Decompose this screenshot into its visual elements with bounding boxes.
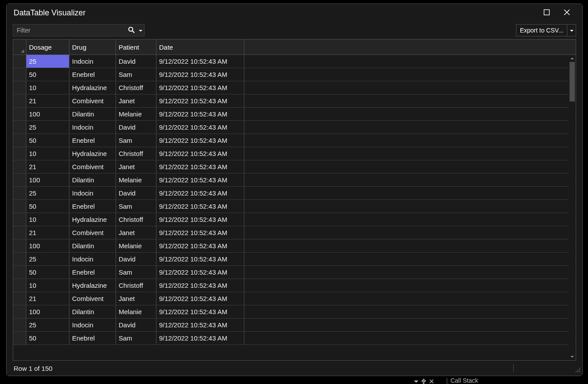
table-row[interactable]: 25IndocinDavid9/12/2022 10:52:43 AM (13, 253, 569, 266)
cell-date[interactable]: 9/12/2022 10:52:43 AM (156, 319, 244, 331)
cell-dosage[interactable]: 25 (26, 253, 69, 265)
cell-date[interactable]: 9/12/2022 10:52:43 AM (156, 81, 244, 94)
cell-drug[interactable]: Enebrel (69, 200, 116, 213)
table-row[interactable]: 100DilantinMelanie9/12/2022 10:52:43 AM (13, 174, 569, 187)
cell-drug[interactable]: Hydralazine (69, 147, 116, 160)
row-header[interactable] (13, 160, 26, 173)
cell-date[interactable]: 9/12/2022 10:52:43 AM (156, 174, 244, 186)
row-header[interactable] (13, 226, 26, 239)
table-row[interactable]: 10HydralazineChristoff9/12/2022 10:52:43… (13, 81, 569, 94)
cell-drug[interactable]: Combivent (69, 94, 116, 107)
row-header[interactable] (13, 319, 26, 331)
cell-date[interactable]: 9/12/2022 10:52:43 AM (156, 213, 244, 226)
cell-date[interactable]: 9/12/2022 10:52:43 AM (156, 239, 244, 252)
row-header[interactable] (13, 239, 26, 252)
cell-date[interactable]: 9/12/2022 10:52:43 AM (156, 121, 244, 134)
cell-drug[interactable]: Combivent (69, 292, 116, 305)
maximize-button[interactable] (537, 6, 557, 20)
row-header[interactable] (13, 94, 26, 107)
cell-date[interactable]: 9/12/2022 10:52:43 AM (156, 266, 244, 279)
row-header[interactable] (13, 81, 26, 94)
cell-drug[interactable]: Hydralazine (69, 279, 116, 292)
row-header[interactable] (13, 200, 26, 213)
cell-dosage[interactable]: 100 (26, 239, 69, 252)
table-row[interactable]: 10HydralazineChristoff9/12/2022 10:52:43… (13, 279, 569, 292)
cell-patient[interactable]: Melanie (116, 108, 156, 120)
cell-drug[interactable]: Indocin (69, 319, 116, 331)
cell-drug[interactable]: Indocin (69, 121, 116, 134)
cell-date[interactable]: 9/12/2022 10:52:43 AM (156, 292, 244, 305)
row-header[interactable] (13, 305, 26, 318)
row-header[interactable] (13, 174, 26, 186)
scroll-thumb[interactable] (570, 62, 575, 101)
cell-drug[interactable]: Dilantin (69, 305, 116, 318)
cell-patient[interactable]: Janet (116, 160, 156, 173)
cell-drug[interactable]: Dilantin (69, 174, 116, 186)
cell-drug[interactable]: Enebrel (69, 68, 116, 81)
cell-dosage[interactable]: 25 (26, 55, 69, 68)
cell-date[interactable]: 9/12/2022 10:52:43 AM (156, 332, 244, 344)
cell-patient[interactable]: Melanie (116, 174, 156, 186)
row-header[interactable] (13, 187, 26, 199)
table-row[interactable]: 10HydralazineChristoff9/12/2022 10:52:43… (13, 213, 569, 226)
cell-patient[interactable]: Christoff (116, 81, 156, 94)
cell-date[interactable]: 9/12/2022 10:52:43 AM (156, 226, 244, 239)
table-row[interactable]: 25IndocinDavid9/12/2022 10:52:43 AM (13, 319, 569, 332)
cell-dosage[interactable]: 50 (26, 134, 69, 147)
cell-dosage[interactable]: 10 (26, 279, 69, 292)
cell-dosage[interactable]: 21 (26, 160, 69, 173)
cell-drug[interactable]: Combivent (69, 226, 116, 239)
table-row[interactable]: 25IndocinDavid9/12/2022 10:52:43 AM (13, 187, 569, 200)
table-row[interactable]: 21CombiventJanet9/12/2022 10:52:43 AM (13, 226, 569, 239)
cell-dosage[interactable]: 50 (26, 200, 69, 213)
cell-patient[interactable]: David (116, 319, 156, 331)
cell-drug[interactable]: Indocin (69, 187, 116, 199)
cell-patient[interactable]: Sam (116, 200, 156, 213)
scroll-down-button[interactable] (569, 353, 576, 360)
export-csv-button[interactable]: Export to CSV... (516, 25, 567, 36)
cell-dosage[interactable]: 25 (26, 319, 69, 331)
cell-drug[interactable]: Hydralazine (69, 81, 116, 94)
vertical-scrollbar[interactable] (569, 55, 576, 360)
cell-drug[interactable]: Combivent (69, 160, 116, 173)
table-row[interactable]: 50EnebrelSam9/12/2022 10:52:43 AM (13, 266, 569, 279)
cell-patient[interactable]: Sam (116, 332, 156, 344)
cell-date[interactable]: 9/12/2022 10:52:43 AM (156, 68, 244, 81)
cell-drug[interactable]: Enebrel (69, 332, 116, 344)
column-header-date[interactable]: Date (156, 40, 244, 54)
cell-drug[interactable]: Indocin (69, 55, 116, 68)
cell-date[interactable]: 9/12/2022 10:52:43 AM (156, 279, 244, 292)
cell-patient[interactable]: Janet (116, 94, 156, 107)
cell-date[interactable]: 9/12/2022 10:52:43 AM (156, 147, 244, 160)
cell-date[interactable]: 9/12/2022 10:52:43 AM (156, 253, 244, 265)
scroll-up-button[interactable] (569, 55, 576, 62)
cell-patient[interactable]: Christoff (116, 279, 156, 292)
table-row[interactable]: 50EnebrelSam9/12/2022 10:52:43 AM (13, 200, 569, 213)
cell-patient[interactable]: Janet (116, 226, 156, 239)
cell-dosage[interactable]: 21 (26, 94, 69, 107)
cell-patient[interactable]: Melanie (116, 239, 156, 252)
row-header[interactable] (13, 121, 26, 134)
cell-date[interactable]: 9/12/2022 10:52:43 AM (156, 134, 244, 147)
cell-patient[interactable]: David (116, 253, 156, 265)
cell-dosage[interactable]: 25 (26, 187, 69, 199)
cell-patient[interactable]: Sam (116, 134, 156, 147)
cell-date[interactable]: 9/12/2022 10:52:43 AM (156, 55, 244, 68)
cell-patient[interactable]: Janet (116, 292, 156, 305)
cell-dosage[interactable]: 25 (26, 121, 69, 134)
cell-dosage[interactable]: 100 (26, 174, 69, 186)
export-dropdown-button[interactable] (567, 25, 576, 36)
row-header[interactable] (13, 68, 26, 81)
cell-drug[interactable]: Dilantin (69, 239, 116, 252)
cell-dosage[interactable]: 50 (26, 332, 69, 344)
cell-drug[interactable]: Dilantin (69, 108, 116, 120)
cell-patient[interactable]: David (116, 121, 156, 134)
cell-patient[interactable]: Sam (116, 68, 156, 81)
close-button[interactable] (557, 6, 577, 20)
row-header[interactable] (13, 147, 26, 160)
column-header-dosage[interactable]: Dosage (26, 40, 69, 54)
cell-dosage[interactable]: 21 (26, 292, 69, 305)
table-row[interactable]: 100DilantinMelanie9/12/2022 10:52:43 AM (13, 305, 569, 319)
cell-date[interactable]: 9/12/2022 10:52:43 AM (156, 187, 244, 199)
row-header[interactable] (13, 213, 26, 226)
